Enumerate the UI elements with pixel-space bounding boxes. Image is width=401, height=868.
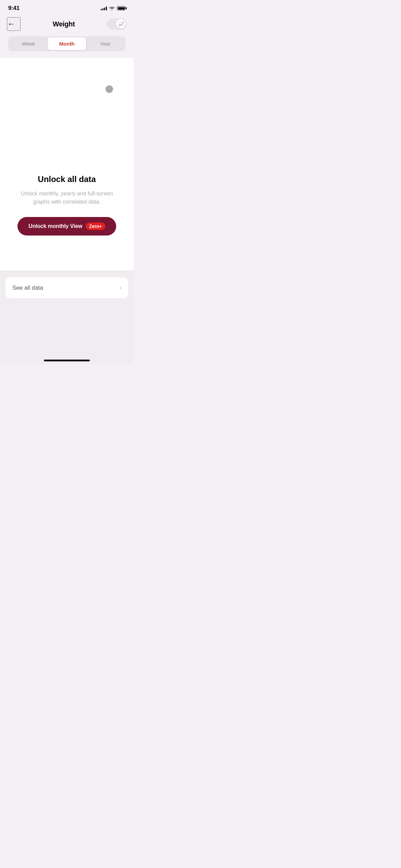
status-icons: [101, 6, 125, 11]
unlock-button[interactable]: Unlock monthly View Zero+: [17, 217, 116, 236]
segmented-control-wrapper: Week Month Year: [0, 36, 134, 58]
trend-toggle-knob: 📈: [116, 19, 126, 29]
back-arrow-icon: ←: [8, 20, 15, 28]
bottom-gray-section: See all data ›: [0, 270, 134, 315]
trend-toggle[interactable]: 📈: [107, 18, 127, 30]
trend-up-icon: 📈: [118, 21, 124, 27]
bottom-space: [0, 315, 134, 356]
page-title: Weight: [53, 20, 75, 28]
segmented-control: Week Month Year: [8, 36, 125, 51]
chevron-right-icon: ›: [119, 284, 121, 291]
back-button[interactable]: ←: [7, 17, 21, 31]
see-all-data-button[interactable]: See all data ›: [5, 277, 128, 298]
chart-dot: [106, 85, 113, 93]
unlock-title: Unlock all data: [38, 174, 96, 184]
tab-year[interactable]: Year: [86, 37, 124, 50]
tab-week[interactable]: Week: [9, 37, 48, 50]
see-all-label: See all data: [12, 285, 43, 291]
unlock-description: Unlock monthly, yearly and full-screen g…: [15, 190, 118, 206]
chart-section: [0, 58, 134, 168]
home-bar: [44, 360, 90, 361]
home-indicator: [0, 356, 134, 364]
unlock-section: Unlock all data Unlock monthly, yearly a…: [0, 168, 134, 270]
signal-icon: [101, 6, 107, 10]
unlock-button-text: Unlock monthly View: [28, 223, 82, 229]
battery-icon: [117, 6, 125, 10]
status-time: 9:41: [8, 5, 20, 12]
header: ← Weight 📈: [0, 14, 134, 36]
tab-month[interactable]: Month: [48, 37, 86, 50]
zero-plus-badge: Zero+: [86, 222, 105, 230]
wifi-icon: [109, 6, 115, 11]
status-bar: 9:41: [0, 0, 134, 14]
